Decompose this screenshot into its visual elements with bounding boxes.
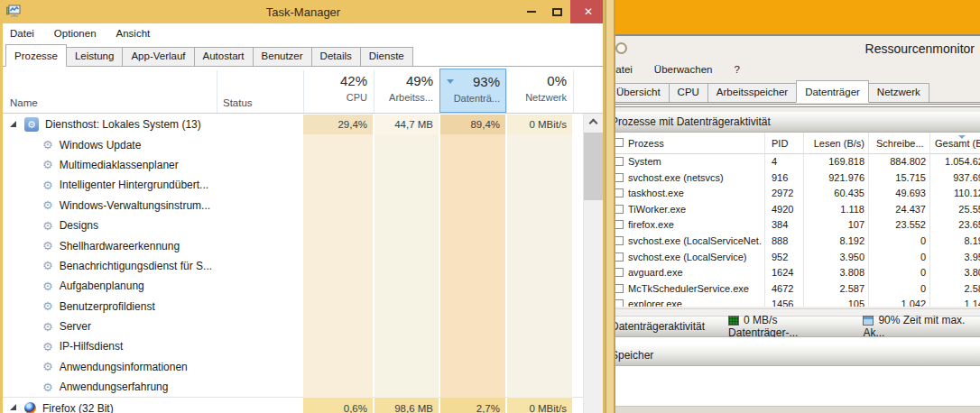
table-row[interactable]: explorer.exe 1456 105 1.042 1.147	[606, 297, 980, 307]
scrollbar-thumb[interactable]	[584, 133, 603, 200]
chevron-up-icon	[589, 119, 598, 128]
row-checkbox[interactable]	[615, 268, 624, 277]
tab-details[interactable]: Details	[311, 47, 361, 66]
tab-benutzer[interactable]: Benutzer	[253, 47, 312, 66]
memory-section-header[interactable]: Speicher	[606, 345, 980, 366]
table-row[interactable]: svchost.exe (LocalServiceNet... 888 8.19…	[606, 234, 980, 250]
close-button[interactable]: ✕	[570, 0, 606, 23]
collapse-arrow-icon[interactable]	[10, 404, 16, 410]
table-row[interactable]: TiWorker.exe 4920 1.118 24.437 25.555	[606, 202, 980, 218]
tm-titlebar[interactable]: Task-Manager ✕	[0, 0, 606, 23]
minimize-button[interactable]	[518, 0, 544, 23]
column-header-memory[interactable]: 49% Arbeitss...	[374, 69, 439, 113]
gear-icon: ⚙	[42, 179, 53, 192]
gear-icon: ⚙	[42, 381, 53, 394]
row-checkbox[interactable]	[615, 220, 624, 229]
column-header-schreiben[interactable]: Schreibe...	[876, 138, 930, 149]
column-header-prozess[interactable]: Prozess	[628, 138, 664, 149]
rm-titlebar[interactable]: Ressourcenmonitor	[606, 38, 980, 60]
tm-tab-strip: Prozesse Leistung App-Verlauf Autostart …	[3, 43, 603, 67]
row-checkbox[interactable]	[615, 299, 624, 307]
gear-icon: ⚙	[42, 198, 53, 212]
menu-item-ueberwachen[interactable]: Überwachen	[654, 64, 713, 75]
table-row[interactable]: svchost.exe (LocalService) 952 3.950 0 3…	[606, 250, 980, 266]
tm-scrollbar[interactable]	[583, 114, 603, 413]
gear-icon: ⚙	[42, 320, 53, 334]
service-name: Multimediaklassenplaner	[60, 159, 179, 171]
column-header-lesen[interactable]: Lesen (B/s)	[810, 138, 864, 149]
row-checkbox[interactable]	[615, 188, 624, 197]
table-row[interactable]: McTkSchedulerService.exe 4672 2.587 0 2.…	[606, 281, 980, 298]
service-row[interactable]: ⚙Windows-Verwaltungsinstrum...	[3, 196, 603, 216]
menu-item-datei[interactable]: Datei	[10, 28, 34, 39]
close-icon: ✕	[584, 5, 593, 18]
tm-menubar: Datei Optionen Ansicht	[3, 23, 603, 43]
table-row[interactable]: taskhost.exe 2972 60.435 49.693 110.128	[606, 186, 980, 202]
tab-datentraeger[interactable]: Datenträger	[796, 80, 869, 103]
tab-prozesse[interactable]: Prozesse	[5, 44, 67, 67]
firefox-icon	[24, 402, 36, 413]
green-graph-legend-icon	[728, 316, 739, 326]
process-row-firefox[interactable]: Firefox (32 Bit) 0,6% 98,6 MB 2,7% 0 MBi…	[3, 398, 603, 413]
service-name: Anwendungsinformationen	[60, 361, 188, 373]
column-header-gesamt[interactable]: Gesamt (B/s)	[935, 138, 980, 149]
disk-processes-section-header[interactable]: Prozesse mit Datenträgeraktivität	[606, 112, 980, 133]
column-header-disk[interactable]: 93% Datenträ...	[439, 69, 506, 113]
column-header-pid[interactable]: PID	[772, 138, 788, 149]
gear-icon: ⚙	[42, 280, 53, 293]
row-checkbox[interactable]	[615, 205, 624, 214]
tab-app-verlauf[interactable]: App-Verlauf	[122, 47, 194, 66]
column-header-status[interactable]: Status	[223, 97, 253, 108]
row-checkbox[interactable]	[615, 157, 624, 166]
table-row[interactable]: firefox.exe 384 107 23.552 23.659	[606, 217, 980, 234]
resource-monitor-window: Ressourcenmonitor Datei Überwachen ? Übe…	[606, 34, 980, 413]
tab-dienste[interactable]: Dienste	[360, 47, 413, 66]
column-header-cpu[interactable]: 42% CPU	[304, 69, 373, 113]
column-header-network[interactable]: 0% Netzwerk	[507, 69, 572, 113]
table-row[interactable]: avguard.exe 1624 3.808 0 3.808	[606, 265, 980, 281]
sort-descending-icon	[958, 135, 966, 139]
tab-leistung[interactable]: Leistung	[66, 47, 123, 66]
menu-item-hilfe[interactable]: ?	[734, 64, 739, 75]
column-header-name[interactable]: Name	[10, 97, 38, 108]
service-row[interactable]: ⚙Benachrichtigungsdienst für S...	[3, 256, 603, 276]
gear-icon: ⚙	[42, 340, 53, 353]
menu-item-optionen[interactable]: Optionen	[54, 28, 97, 39]
service-row[interactable]: ⚙Designs	[3, 216, 603, 235]
tab-cpu[interactable]: CPU	[669, 83, 708, 102]
service-row[interactable]: ⚙IP-Hilfsdienst	[3, 336, 603, 356]
service-row[interactable]: ⚙Aufgabenplanung	[3, 276, 603, 296]
service-row[interactable]: ⚙Server	[3, 317, 603, 336]
row-checkbox[interactable]	[615, 284, 624, 293]
screen: Task-Manager ✕ Datei Optionen Ansicht	[0, 0, 980, 413]
select-all-checkbox[interactable]	[615, 138, 624, 147]
service-row[interactable]: ⚙Windows Update	[3, 134, 603, 154]
tab-arbeitsspeicher[interactable]: Arbeitsspeicher	[707, 83, 797, 102]
service-row[interactable]: ⚙Anwendungsinformationen	[3, 357, 603, 377]
service-row[interactable]: ⚙Benutzerprofildienst	[3, 297, 603, 317]
service-row[interactable]: ⚙Shellhardwareerkennung	[3, 235, 603, 255]
tab-autostart[interactable]: Autostart	[194, 47, 254, 66]
gear-icon: ⚙	[42, 239, 53, 252]
row-checkbox[interactable]	[615, 173, 624, 182]
minimize-icon	[527, 11, 536, 13]
service-row[interactable]: ⚙Multimediaklassenplaner	[3, 155, 603, 175]
row-checkbox[interactable]	[615, 252, 624, 262]
menu-item-ansicht[interactable]: Ansicht	[116, 28, 151, 39]
service-row[interactable]: ⚙Intelligenter Hintergrundübert...	[3, 175, 603, 195]
process-row-diensthost[interactable]: ⚙ Diensthost: Lokales System (13) 29,4% …	[3, 115, 603, 134]
row-checkbox[interactable]	[615, 236, 624, 245]
service-host-icon: ⚙	[24, 117, 39, 132]
tab-netzwerk[interactable]: Netzwerk	[868, 83, 929, 102]
tab-uebersicht[interactable]: Übersicht	[607, 83, 670, 102]
disk-activity-section-header[interactable]: Datenträgeraktivität 0 MB/s Datenträger-…	[606, 317, 980, 337]
collapse-arrow-icon[interactable]	[10, 121, 16, 127]
service-name: Intelligenter Hintergrundübert...	[60, 179, 208, 191]
table-row[interactable]: System 4 169.818 884.802 1.054.626	[606, 154, 980, 170]
gear-icon: ⚙	[42, 299, 53, 313]
scroll-up-button[interactable]	[584, 114, 603, 129]
maximize-button[interactable]	[544, 0, 570, 23]
rm-table-header: Prozess PID Lesen (B/s) Schreibe... Gesa…	[606, 133, 980, 154]
service-row[interactable]: ⚙Anwendungserfahrung	[3, 377, 603, 397]
table-row[interactable]: svchost.exe (netsvcs) 916 921.976 15.715…	[606, 170, 980, 187]
